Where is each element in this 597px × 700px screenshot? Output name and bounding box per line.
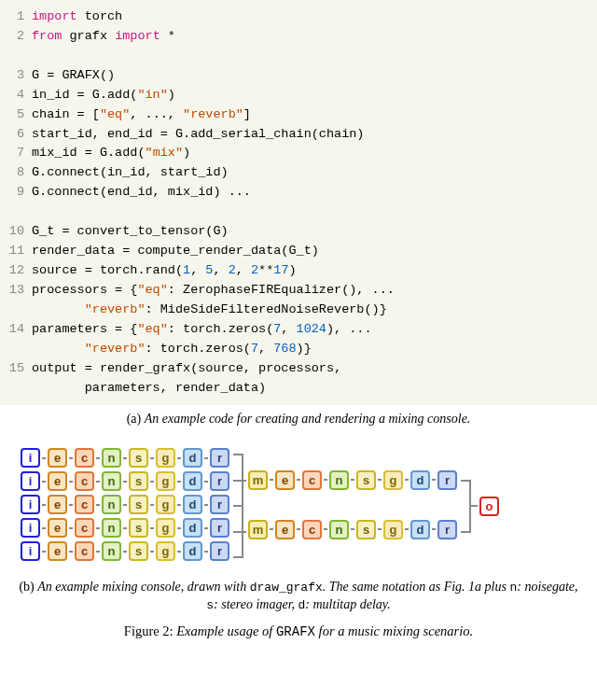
- link: [69, 504, 73, 506]
- caption-b-s: s: [206, 598, 214, 612]
- link: [204, 551, 208, 553]
- node-r: r: [210, 448, 229, 468]
- link: [324, 528, 327, 530]
- node-g: g: [383, 520, 403, 539]
- link: [42, 527, 46, 529]
- link: [42, 481, 46, 483]
- node-e: e: [48, 541, 67, 561]
- link: [177, 527, 181, 529]
- node-n: n: [329, 520, 349, 539]
- caption-a: (a) An example code for creating and ren…: [19, 411, 578, 428]
- mix-chain-1-row: mecnsgdr: [248, 520, 459, 539]
- connector-svg-left: [233, 443, 246, 569]
- node-r: r: [210, 471, 229, 491]
- link: [123, 504, 127, 506]
- link: [177, 504, 181, 506]
- link: [96, 481, 100, 483]
- caption-a-text: An example code for creating and renderi…: [145, 412, 471, 426]
- link: [378, 528, 382, 530]
- link: [270, 479, 273, 481]
- node-s: s: [129, 471, 148, 491]
- link: [150, 457, 154, 459]
- node-e: e: [48, 448, 67, 468]
- link: [324, 479, 327, 481]
- link: [69, 551, 73, 553]
- link: [150, 551, 154, 553]
- link: [96, 551, 100, 553]
- link: [96, 527, 100, 529]
- node-e: e: [48, 495, 67, 514]
- node-c: c: [302, 520, 322, 539]
- node-n: n: [329, 470, 349, 490]
- fig-label: Figure 2:: [124, 623, 176, 638]
- input-chain-1-row: iecnsgdr: [21, 471, 231, 491]
- caption-b-d-desc: : multitap delay.: [305, 597, 390, 611]
- input-chain-0-row: iecnsgdr: [21, 448, 231, 468]
- node-i: i: [21, 541, 40, 561]
- link: [378, 479, 382, 481]
- caption-a-prefix: (a): [127, 412, 145, 426]
- link: [123, 457, 127, 459]
- node-r: r: [437, 470, 457, 490]
- link: [150, 527, 154, 529]
- node-m: m: [248, 520, 268, 539]
- caption-b-prefix: (b): [19, 580, 37, 594]
- node-g: g: [383, 470, 403, 490]
- node-r: r: [210, 541, 229, 561]
- node-i: i: [21, 495, 40, 514]
- node-r: r: [210, 495, 229, 514]
- node-e: e: [48, 518, 67, 538]
- node-s: s: [356, 520, 376, 539]
- link: [69, 481, 73, 483]
- link: [351, 479, 354, 481]
- node-n: n: [102, 518, 121, 538]
- node-n: n: [102, 495, 121, 514]
- link: [69, 527, 73, 529]
- connector-svg-right: [461, 443, 478, 569]
- caption-b-text1: An example mixing console, drawn with: [37, 580, 249, 594]
- node-c: c: [75, 448, 94, 468]
- link: [123, 481, 127, 483]
- node-m: m: [248, 470, 268, 490]
- node-r: r: [437, 520, 457, 539]
- caption-b-text2: . The same notation as Fig. 1a plus: [323, 580, 510, 594]
- link: [204, 457, 208, 459]
- node-s: s: [129, 541, 148, 561]
- link: [42, 457, 46, 459]
- link: [150, 481, 154, 483]
- node-n: n: [102, 448, 121, 468]
- input-chain-2-row: iecnsgdr: [21, 495, 231, 514]
- node-s: s: [356, 470, 376, 490]
- link: [96, 504, 100, 506]
- link: [351, 528, 354, 530]
- node-g: g: [156, 471, 175, 491]
- link: [297, 528, 300, 530]
- caption-b: (b) An example mixing console, drawn wit…: [19, 579, 578, 614]
- link: [270, 528, 273, 530]
- link: [204, 504, 208, 506]
- node-i: i: [21, 518, 40, 538]
- link: [123, 527, 127, 529]
- node-d: d: [183, 541, 202, 561]
- connector-left: [233, 443, 246, 569]
- link: [177, 551, 181, 553]
- output-node-wrap: o: [479, 497, 501, 516]
- link: [432, 528, 436, 530]
- fig-text1: Example usage of: [176, 623, 276, 638]
- link: [405, 479, 409, 481]
- node-i: i: [21, 471, 40, 491]
- node-d: d: [410, 470, 430, 490]
- node-d: d: [183, 495, 202, 514]
- node-g: g: [156, 541, 175, 561]
- node-s: s: [129, 495, 148, 514]
- node-c: c: [75, 495, 94, 514]
- input-chain-3-row: iecnsgdr: [21, 518, 231, 538]
- diagram: iecnsgdriecnsgdriecnsgdriecnsgdriecnsgdr…: [0, 438, 597, 573]
- node-g: g: [156, 448, 175, 468]
- node-i: i: [21, 448, 40, 468]
- mix-chain-0-row: mecnsgdr: [248, 470, 459, 490]
- link: [42, 504, 46, 506]
- node-c: c: [302, 470, 322, 490]
- node-s: s: [129, 518, 148, 538]
- node-s: s: [129, 448, 148, 468]
